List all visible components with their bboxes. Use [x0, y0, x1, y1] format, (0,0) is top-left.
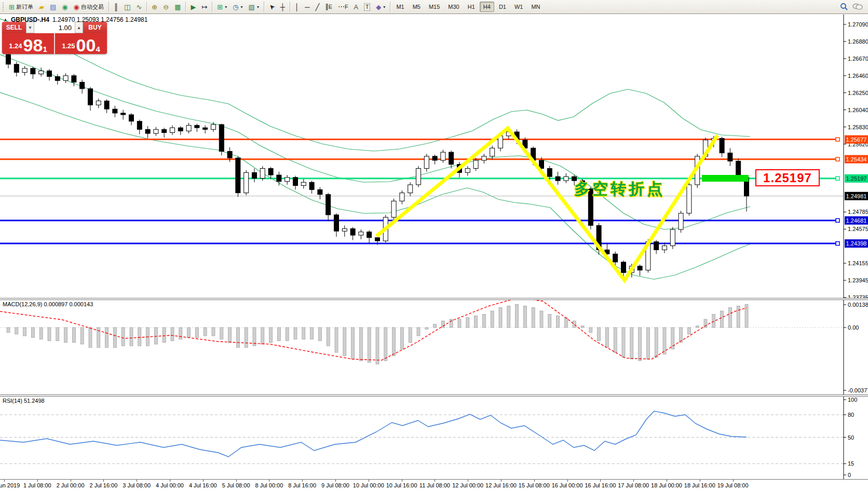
- timeframe-m5-button[interactable]: M5: [409, 2, 424, 12]
- indicators-button[interactable]: ⊞▾: [214, 1, 229, 12]
- sell-price[interactable]: 1.24 98 1: [2, 33, 55, 54]
- text-label-icon: T: [364, 3, 370, 11]
- macd-pane[interactable]: 0.0013810.00-0.003771: [0, 300, 868, 394]
- bar-chart-icon: ║: [114, 4, 118, 10]
- templates-button[interactable]: ▧▾: [246, 1, 262, 12]
- timeframe-mn-button[interactable]: MN: [527, 2, 544, 12]
- zoom-in-button[interactable]: ⊕: [149, 1, 160, 12]
- trade-panel-top-row: SELL ▼ ▲ BUY: [2, 22, 107, 33]
- main-price-chart[interactable]: 1.270901.268801.266701.264601.262501.260…: [0, 15, 868, 298]
- one-click-trading-panel: SELL ▼ ▲ BUY 1.24 98 1 1.25 00 4: [2, 22, 107, 54]
- vertical-line-icon: │: [295, 4, 299, 10]
- crosshair-tool-button[interactable]: ┼: [278, 1, 288, 12]
- bollinger-middle-band: [0, 55, 750, 229]
- bar-chart-mode-button[interactable]: ║: [111, 1, 121, 12]
- date-tick: [633, 480, 634, 482]
- timeframe-d1-button[interactable]: D1: [495, 2, 510, 12]
- periods-button[interactable]: ◷▾: [230, 1, 245, 12]
- cursor-tool-button[interactable]: ➤: [266, 1, 277, 12]
- shapes-tool-button[interactable]: ◆▾: [373, 1, 388, 12]
- date-label: 17 Jul 08:00: [618, 482, 649, 488]
- eraser-button[interactable]: ▰: [36, 1, 47, 12]
- price-tick-label: 1.27090: [848, 21, 868, 28]
- fibonacci-tool-button[interactable]: ⋯F: [335, 1, 351, 12]
- date-tick: [667, 480, 667, 482]
- trendline-tool-button[interactable]: ╱: [313, 1, 322, 12]
- timeframe-m30-button[interactable]: M30: [444, 2, 463, 12]
- chat-icon[interactable]: [852, 3, 863, 11]
- date-tick: [335, 480, 336, 482]
- auto-scroll-button[interactable]: ▶: [188, 1, 198, 12]
- line-handle-1.25434[interactable]: [836, 157, 839, 161]
- auto-trading-label: 自动交易: [81, 3, 104, 11]
- timeframe-m1-button[interactable]: M1: [392, 2, 408, 12]
- date-tick: [733, 480, 734, 482]
- timeframe-h4-button[interactable]: H4: [480, 2, 494, 12]
- price-tag[interactable]: 1.25197: [755, 169, 820, 186]
- toolbar-separator: [108, 2, 109, 12]
- candle-chart-mode-button[interactable]: ◫: [121, 1, 133, 12]
- line-handle-1.24681[interactable]: [836, 219, 839, 222]
- trendline-icon: ╱: [315, 4, 319, 10]
- date-tick: [435, 480, 435, 482]
- date-axis[interactable]: 28 Jun 20191 Jul 08:002 Jul 00:002 Jul 1…: [0, 480, 868, 490]
- pane-divider[interactable]: [0, 394, 868, 395]
- volume-increase-button[interactable]: ▲: [75, 22, 83, 33]
- chevron-down-icon: ▾: [383, 5, 385, 9]
- rsi-level-label: 80: [848, 412, 854, 418]
- date-label: 8 Jul 00:00: [255, 482, 283, 488]
- equidistant-channel-tool-button[interactable]: ∥E: [322, 1, 335, 12]
- date-tick: [501, 480, 501, 482]
- buy-price[interactable]: 1.25 00 4: [55, 33, 107, 54]
- sell-price-sup: 1: [43, 46, 47, 53]
- line-chart-mode-button[interactable]: ∿: [133, 1, 144, 12]
- auto-scroll-icon: ▶: [191, 4, 196, 10]
- date-tick: [103, 480, 104, 482]
- horizontal-line-tool-button[interactable]: ─: [302, 1, 312, 12]
- shapes-icon: ◆: [376, 4, 381, 10]
- text-label-tool-button[interactable]: T: [361, 1, 373, 12]
- sell-button[interactable]: SELL: [2, 22, 26, 33]
- date-tick: [567, 480, 568, 482]
- axis-label-1.24681: 1.24681: [846, 217, 867, 224]
- fibonacci-icon: ⋯F: [338, 3, 348, 10]
- toolbar-separator: [212, 2, 212, 12]
- date-tick: [369, 480, 369, 482]
- line-handle-1.25197[interactable]: [836, 176, 839, 180]
- line-handle-1.25677[interactable]: [836, 138, 839, 141]
- axis-label-1.24398: 1.24398: [846, 240, 867, 247]
- green-highlight-box[interactable]: [702, 175, 749, 182]
- chart-shift-icon: ↦: [201, 4, 207, 10]
- volume-input[interactable]: [34, 22, 75, 33]
- volume-decrease-button[interactable]: ▼: [26, 22, 34, 33]
- macd-axis-label: -0.003771: [848, 387, 868, 393]
- yellow-zigzag-trendline[interactable]: [376, 128, 717, 280]
- date-label: 28 Jun 2019: [0, 482, 20, 488]
- line-handle-1.24398[interactable]: [836, 242, 839, 246]
- signals-button[interactable]: ◉: [59, 1, 70, 12]
- text-tool-button[interactable]: A: [351, 1, 361, 12]
- navigator-button[interactable]: ▤: [47, 1, 59, 12]
- tile-windows-button[interactable]: ▦: [172, 1, 183, 12]
- timeframe-h1-button[interactable]: H1: [464, 2, 479, 12]
- auto-trading-button[interactable]: ◉ 自动交易: [71, 1, 106, 12]
- chart-annotation-text[interactable]: 多空转折点: [574, 179, 665, 200]
- pane-divider[interactable]: [0, 298, 868, 298]
- zoom-out-button[interactable]: ⊖: [160, 1, 171, 12]
- axis-label-1.25434: 1.25434: [846, 156, 867, 162]
- chart-shift-button[interactable]: ↦: [199, 1, 210, 12]
- vertical-line-tool-button[interactable]: │: [292, 1, 302, 12]
- search-icon[interactable]: [840, 3, 848, 11]
- date-label: 10 Jul 16:00: [386, 482, 417, 488]
- timeframe-w1-button[interactable]: W1: [511, 2, 527, 12]
- axis-label-1.25677: 1.25677: [846, 137, 867, 143]
- date-tick: [402, 480, 402, 482]
- toolbar-grip[interactable]: [2, 2, 5, 11]
- candlestick-icon: ◫: [124, 4, 130, 10]
- timeframe-m15-button[interactable]: M15: [425, 2, 443, 12]
- new-order-button[interactable]: ⊞ 新订单: [6, 1, 36, 12]
- price-tick-label: 1.23945: [848, 277, 868, 283]
- tile-windows-icon: ▦: [174, 4, 181, 10]
- rsi-pane[interactable]: 1008050150: [0, 397, 868, 479]
- buy-button[interactable]: BUY: [83, 22, 107, 33]
